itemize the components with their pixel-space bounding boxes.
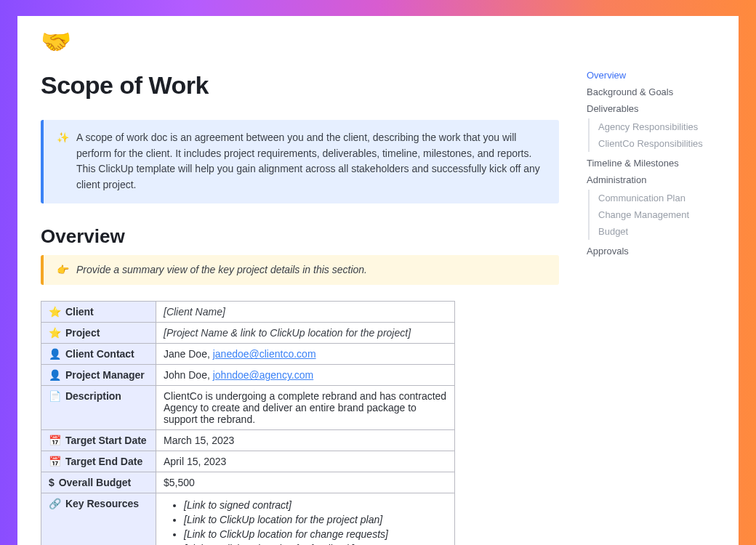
page-emoji-icon[interactable]: 🤝 (41, 29, 559, 54)
project-details-table: ⭐ Client [Client Name] ⭐ Project [Projec… (41, 301, 455, 545)
project-manager-email-link[interactable]: johndoe@agency.com (213, 369, 313, 381)
table-row: ⭐ Project [Project Name & link to ClickU… (41, 323, 455, 344)
toc-item-overview[interactable]: Overview (587, 67, 725, 84)
page-title[interactable]: Scope of Work (41, 71, 559, 100)
table-row: 👤 Client Contact Jane Doe, janedoe@clien… (41, 344, 455, 365)
budget-value[interactable]: $5,500 (164, 477, 195, 488)
page-icon: 📄 (49, 390, 61, 402)
document-main: 🤝 Scope of Work ✨ A scope of work doc is… (17, 16, 582, 545)
toc-item-approvals[interactable]: Approvals (587, 243, 725, 259)
client-value[interactable]: [Client Name] (164, 306, 225, 318)
list-item[interactable]: [Link to ClickUp location for the projec… (184, 512, 447, 527)
project-manager-label: Project Manager (65, 369, 145, 381)
table-row: $ Overall Budget $5,500 (41, 472, 455, 493)
toc-item-change-mgmt[interactable]: Change Management (598, 206, 725, 223)
dollar-icon: $ (49, 477, 55, 488)
table-row: 👤 Project Manager John Doe, johndoe@agen… (41, 365, 455, 386)
toc-item-agency-resp[interactable]: Agency Responsibilities (598, 118, 725, 135)
start-date-value[interactable]: March 15, 2023 (164, 435, 234, 446)
table-row: ⭐ Client [Client Name] (41, 302, 455, 323)
person-icon: 👤 (49, 369, 61, 381)
description-value[interactable]: ClientCo is undergoing a complete rebran… (164, 390, 446, 425)
list-item[interactable]: [Link to ClickUp location for feedback] (184, 541, 447, 545)
client-contact-label: Client Contact (65, 348, 134, 360)
project-value[interactable]: [Project Name & link to ClickUp location… (164, 327, 411, 339)
list-item[interactable]: [Link to signed contract] (184, 498, 447, 512)
budget-label: Overall Budget (59, 477, 132, 488)
star-icon: ⭐ (49, 306, 61, 318)
client-contact-name: Jane Doe, (164, 348, 213, 360)
sparkles-icon: ✨ (57, 130, 69, 193)
star-icon: ⭐ (49, 327, 61, 339)
toc-item-timeline[interactable]: Timeline & Milestones (587, 155, 725, 171)
toc-item-comm-plan[interactable]: Communication Plan (598, 190, 725, 206)
intro-callout-text: A scope of work doc is an agreement betw… (76, 130, 546, 193)
client-label: Client (65, 306, 94, 318)
table-of-contents: Overview Background & Goals Deliverables… (582, 16, 739, 545)
document-layout: 🤝 Scope of Work ✨ A scope of work doc is… (17, 16, 739, 545)
toc-item-clientco-resp[interactable]: ClientCo Responsibilities (598, 135, 725, 152)
start-date-label: Target Start Date (65, 435, 147, 446)
document-card: 🤝 Scope of Work ✨ A scope of work doc is… (17, 16, 739, 545)
table-row: 📅 Target End Date April 15, 2023 (41, 451, 455, 472)
toc-item-budget[interactable]: Budget (598, 223, 725, 240)
resources-label: Key Resources (65, 498, 139, 509)
pointing-hand-icon: 👉 (57, 262, 69, 278)
table-row: 🔗 Key Resources [Link to signed contract… (41, 493, 455, 545)
toc-sub-administration: Communication Plan Change Management Bud… (588, 190, 725, 240)
overview-hint-text: Provide a summary view of the key projec… (76, 262, 367, 278)
end-date-value[interactable]: April 15, 2023 (164, 456, 226, 467)
person-icon: 👤 (49, 348, 61, 360)
overview-heading: Overview (41, 225, 559, 248)
overview-hint-callout: 👉 Provide a summary view of the key proj… (41, 255, 559, 286)
end-date-label: Target End Date (65, 456, 142, 467)
client-contact-email-link[interactable]: janedoe@clientco.com (213, 348, 316, 360)
project-label: Project (65, 327, 100, 339)
project-manager-name: John Doe, (164, 369, 213, 381)
calendar-icon: 📅 (49, 435, 61, 446)
toc-item-administration[interactable]: Administration (587, 171, 725, 188)
toc-item-background[interactable]: Background & Goals (587, 84, 725, 100)
description-label: Description (65, 390, 121, 402)
calendar-icon: 📅 (49, 456, 61, 467)
resources-list: [Link to signed contract] [Link to Click… (164, 498, 447, 545)
toc-sub-deliverables: Agency Responsibilities ClientCo Respons… (588, 118, 725, 152)
list-item[interactable]: [Link to ClickUp location for change req… (184, 527, 447, 541)
table-row: 📄 Description ClientCo is undergoing a c… (41, 386, 455, 430)
intro-callout: ✨ A scope of work doc is an agreement be… (41, 120, 559, 203)
table-row: 📅 Target Start Date March 15, 2023 (41, 430, 455, 451)
link-icon: 🔗 (49, 498, 61, 509)
toc-item-deliverables[interactable]: Deliverables (587, 100, 725, 117)
